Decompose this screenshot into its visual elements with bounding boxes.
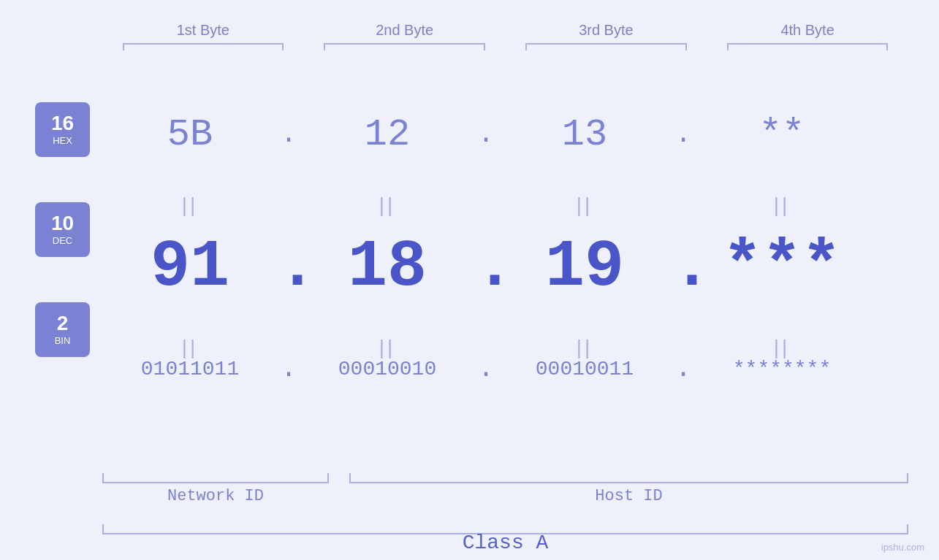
- byte4-header: 4th Byte: [780, 22, 834, 39]
- bin-value-3: 00010011: [536, 358, 634, 380]
- hex-value-4: **: [759, 113, 805, 156]
- hex-value-3: 13: [562, 113, 607, 156]
- eq1-cell-2: ||: [300, 193, 475, 217]
- bin-dot-3: .: [672, 354, 694, 384]
- bin-value-4: ********: [733, 358, 831, 380]
- dec-row: 91 . 18 . 19 . ***: [102, 230, 924, 304]
- hex-value-2: 12: [365, 113, 410, 156]
- dec-value-3: 19: [545, 230, 624, 304]
- bin-badge: 2 BIN: [35, 302, 90, 357]
- class-label: Class A: [102, 532, 908, 554]
- dec-cell-3: 19: [497, 230, 672, 304]
- bin-cell-3: 00010011: [497, 358, 672, 380]
- hex-cell-2: 12: [300, 113, 475, 156]
- hex-badge-number: 16: [51, 113, 74, 134]
- byte1-header-container: 1st Byte: [102, 22, 304, 45]
- byte3-header: 3rd Byte: [579, 22, 633, 39]
- hex-cell-4: **: [694, 113, 870, 156]
- dec-cell-4: ***: [694, 230, 870, 304]
- equals-row-1: || || || ||: [102, 193, 924, 217]
- dec-badge: 10 DEC: [35, 202, 90, 257]
- hex-cell-3: 13: [497, 113, 672, 156]
- top-brackets: 1st Byte 2nd Byte 3rd Byte 4th Byte: [102, 22, 908, 45]
- main-container: 16 HEX 10 DEC 2 BIN 1st Byte 2nd Byte 3r…: [0, 0, 939, 560]
- badges-column: 16 HEX 10 DEC 2 BIN: [35, 102, 90, 357]
- dec-value-4: ***: [723, 230, 841, 304]
- bin-row: 01011011 . 00010010 . 00010011 . *******…: [102, 354, 924, 384]
- hex-badge: 16 HEX: [35, 102, 90, 157]
- eq1-cell-1: ||: [102, 193, 278, 217]
- bin-dot-2: .: [475, 354, 497, 384]
- hex-badge-label: HEX: [53, 135, 72, 146]
- bin-cell-2: 00010010: [300, 358, 475, 380]
- dec-dot-2: .: [475, 230, 497, 304]
- byte1-header: 1st Byte: [177, 22, 229, 39]
- bin-badge-number: 2: [57, 313, 69, 334]
- bin-value-1: 01011011: [141, 358, 239, 380]
- byte2-header-container: 2nd Byte: [304, 22, 506, 45]
- eq1-cell-4: ||: [694, 193, 870, 217]
- hex-cell-1: 5B: [102, 113, 278, 156]
- dec-badge-label: DEC: [53, 235, 72, 246]
- hex-dot-1: .: [278, 120, 300, 150]
- network-id-bracket: [102, 482, 329, 483]
- host-id-bracket: [349, 482, 908, 483]
- watermark: ipshu.com: [881, 542, 924, 553]
- byte4-header-container: 4th Byte: [707, 22, 908, 45]
- eq1-cell-3: ||: [497, 193, 672, 217]
- byte2-header: 2nd Byte: [376, 22, 433, 39]
- host-id-label: Host ID: [349, 487, 908, 505]
- dec-dot-1: .: [278, 230, 300, 304]
- content-area: 5B . 12 . 13 . ** || || || ||: [102, 44, 924, 516]
- dec-badge-number: 10: [51, 213, 74, 234]
- dec-value-1: 91: [151, 230, 229, 304]
- hex-dot-3: .: [672, 120, 694, 150]
- dec-cell-2: 18: [300, 230, 475, 304]
- dec-value-2: 18: [348, 230, 427, 304]
- hex-value-1: 5B: [167, 113, 213, 156]
- byte3-header-container: 3rd Byte: [506, 22, 707, 45]
- dec-cell-1: 91: [102, 230, 278, 304]
- bin-cell-1: 01011011: [102, 358, 278, 380]
- bin-cell-4: ********: [694, 358, 870, 380]
- dec-dot-3: .: [672, 230, 694, 304]
- hex-dot-2: .: [475, 120, 497, 150]
- hex-row: 5B . 12 . 13 . **: [102, 113, 924, 156]
- bin-badge-label: BIN: [55, 335, 71, 346]
- bin-dot-1: .: [278, 354, 300, 384]
- bin-value-2: 00010010: [338, 358, 436, 380]
- network-id-label: Network ID: [102, 487, 329, 505]
